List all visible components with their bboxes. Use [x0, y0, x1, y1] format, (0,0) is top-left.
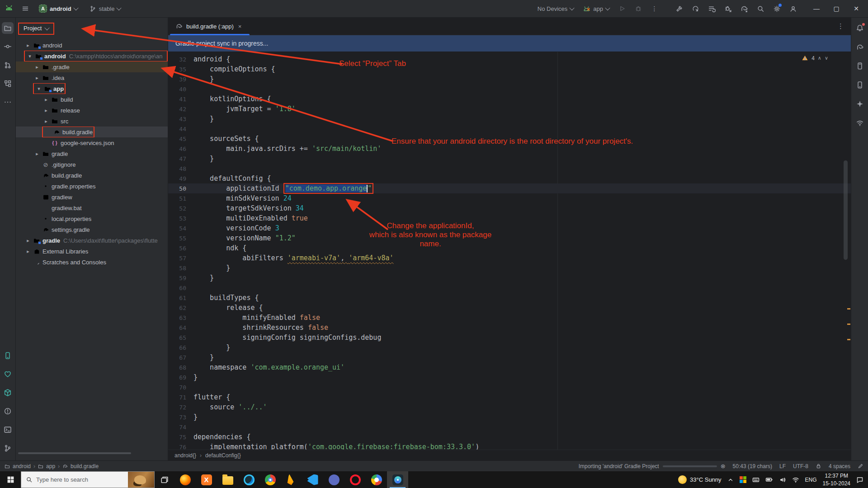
vcs-branch-selector[interactable]: stable — [86, 4, 125, 14]
project-folder-button[interactable] — [2, 22, 14, 34]
tree-item-android[interactable]: ▾androidC:\xampp\htdocs\android\orange\a… — [16, 51, 168, 61]
chevron-collapsed-icon[interactable]: ▸ — [33, 64, 41, 70]
path-app[interactable]: app — [46, 463, 55, 469]
code-line-49[interactable]: 49 defaultConfig { — [168, 174, 851, 183]
volume-icon[interactable] — [779, 476, 786, 483]
breadcrumb-android[interactable]: android{} — [175, 452, 196, 459]
chevron-collapsed-icon[interactable]: ▸ — [24, 249, 32, 254]
battery-icon[interactable] — [765, 476, 773, 483]
code-line-75[interactable]: 75dependencies { — [168, 432, 851, 442]
search-highlight-image[interactable] — [128, 472, 154, 488]
search-everywhere-button[interactable] — [753, 2, 768, 15]
action-center-icon[interactable] — [856, 476, 863, 483]
code-line-51[interactable]: 51 minSdkVersion 24 — [168, 193, 851, 203]
path-file[interactable]: build.gradle — [71, 463, 99, 469]
tree-item--idea[interactable]: ▸.idea — [16, 72, 168, 83]
settings-button[interactable] — [769, 2, 784, 15]
tree-item-local-properties[interactable]: local.properties — [16, 213, 168, 224]
app-quality-insights-button[interactable] — [2, 368, 14, 380]
running-devices-button[interactable] — [2, 350, 14, 361]
inspection-widget[interactable]: 4 ∧ ∨ — [802, 55, 829, 61]
chevron-expanded-icon[interactable]: ▾ — [35, 86, 43, 92]
structure-button[interactable] — [2, 78, 14, 89]
code-line-65[interactable]: 65 signingConfig signingConfigs.debug — [168, 333, 851, 343]
problems-button[interactable] — [2, 405, 14, 417]
chevron-collapsed-icon[interactable]: ▸ — [24, 238, 32, 244]
gradle-sync-button[interactable] — [737, 2, 751, 15]
build-button[interactable] — [2, 387, 14, 399]
lock-icon[interactable] — [816, 463, 821, 469]
taskbar-app-firefox[interactable] — [175, 471, 196, 488]
code-line-68[interactable]: 68 namespace 'com.example.orange_ui' — [168, 362, 851, 372]
taskbar-app-edge[interactable] — [238, 471, 259, 488]
notifications-bell-button[interactable] — [854, 22, 866, 34]
tab-build-gradle[interactable]: build.gradle (:app) × — [168, 18, 248, 35]
close-button[interactable]: ✕ — [847, 2, 865, 15]
tree-item-android[interactable]: ▸android — [16, 40, 168, 51]
profile-apk-button[interactable] — [688, 2, 703, 15]
taskbar-app-xampp[interactable]: X — [196, 471, 217, 488]
input-language[interactable]: ENG — [805, 477, 817, 483]
code-line-42[interactable]: 42 jvmTarget = '1.8' — [168, 104, 851, 114]
run-tasks-button[interactable] — [704, 2, 719, 15]
tree-item-gradle-properties[interactable]: gradle.properties — [16, 181, 168, 192]
code-line-54[interactable]: 54 versionCode 3 — [168, 223, 851, 233]
taskbar-app-android-studio[interactable] — [387, 471, 408, 488]
code-line-55[interactable]: 55 versionName "1.2" — [168, 233, 851, 243]
tree-item-release[interactable]: ▸release — [16, 105, 168, 116]
maximize-button[interactable]: ▢ — [827, 2, 845, 15]
tree-item-app[interactable]: ▾app — [16, 83, 168, 94]
code-line-43[interactable]: 43 } — [168, 114, 851, 124]
code-line-35[interactable]: 35 compileOptions { — [168, 64, 851, 74]
vertical-scrollbar[interactable] — [844, 160, 848, 260]
code-line-56[interactable]: 56 ndk { — [168, 243, 851, 253]
code-line-67[interactable]: 67 } — [168, 352, 851, 362]
chevron-collapsed-icon[interactable]: ▸ — [42, 118, 50, 124]
code-line-71[interactable]: 71flutter { — [168, 392, 851, 402]
device-manager-button[interactable] — [854, 60, 866, 72]
build-button[interactable] — [672, 2, 686, 15]
code-line-73[interactable]: 73} — [168, 412, 851, 422]
code-line-64[interactable]: 64 shrinkResources false — [168, 323, 851, 333]
code-viewport[interactable]: 32android {35 compileOptions {39 }4041 k… — [168, 52, 851, 450]
code-line-44[interactable]: 44 — [168, 124, 851, 134]
more-run-options-button[interactable]: ⋮ — [647, 2, 662, 15]
code-line-61[interactable]: 61 buildTypes { — [168, 293, 851, 303]
tab-options-kebab-icon[interactable]: ⋮ — [831, 22, 851, 30]
debug-attach-button[interactable] — [721, 2, 735, 15]
chevron-expanded-icon[interactable]: ▾ — [26, 53, 34, 59]
taskbar-app-visual-studio[interactable] — [323, 471, 344, 488]
gradle-button[interactable] — [854, 41, 866, 53]
tree-item-src[interactable]: ▸src — [16, 116, 168, 127]
code-line-48[interactable]: 48 — [168, 164, 851, 174]
tree-item-settings-gradle[interactable]: settings.gradle — [16, 224, 168, 235]
debug-button[interactable] — [631, 2, 646, 15]
code-line-41[interactable]: 41 kotlinOptions { — [168, 94, 851, 104]
taskbar-weather[interactable]: 33°C Sunny — [678, 475, 722, 484]
taskbar-app-chrome[interactable] — [259, 471, 281, 488]
edit-pencil-icon[interactable] — [858, 463, 863, 469]
code-line-58[interactable]: 58 } — [168, 263, 851, 273]
taskbar-app-chrome-beta[interactable] — [366, 471, 387, 488]
tree-item-gradlew[interactable]: gradlew — [16, 192, 168, 202]
chevron-collapsed-icon[interactable]: ▸ — [33, 151, 41, 157]
main-menu-button[interactable] — [18, 2, 33, 15]
chevron-collapsed-icon[interactable]: ▸ — [24, 42, 32, 48]
taskbar-app-vscode[interactable] — [302, 471, 323, 488]
device-selector[interactable]: No Devices — [534, 4, 577, 14]
code-line-50[interactable]: 50 applicationId "com.demo.app.orange" — [168, 183, 851, 193]
chevron-collapsed-icon[interactable]: ▸ — [42, 108, 50, 113]
path-android[interactable]: android — [13, 463, 31, 469]
horizontal-scrollbar[interactable] — [18, 452, 131, 454]
tree-item-google-services-json[interactable]: { }google-services.json — [16, 137, 168, 148]
code-line-32[interactable]: 32android { — [168, 54, 851, 64]
start-button[interactable] — [0, 471, 21, 488]
network-icon[interactable] — [792, 476, 799, 483]
taskbar-app-opera[interactable] — [344, 471, 366, 488]
tree-item--gradle[interactable]: ▸.gradle — [16, 61, 168, 72]
tree-item-scratches-and-consoles[interactable]: Scratches and Consoles — [16, 257, 168, 267]
tree-item-gradle[interactable]: ▸gradle — [16, 148, 168, 159]
code-line-39[interactable]: 39 } — [168, 74, 851, 84]
chevron-collapsed-icon[interactable]: ▸ — [33, 75, 41, 81]
code-line-72[interactable]: 72 source '../..' — [168, 402, 851, 412]
